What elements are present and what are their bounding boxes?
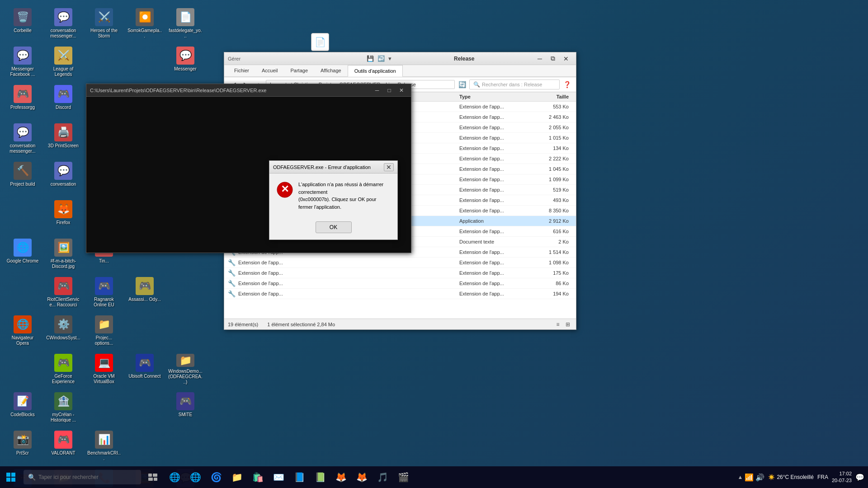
- fe-qat-save: 💾: [367, 55, 374, 62]
- desktop-icon-ff[interactable]: 🦊 Firefox: [45, 197, 81, 235]
- desktop-icon-3dprint[interactable]: 🖨️ 3D PrintScreen: [45, 120, 81, 158]
- taskbar-app-edge[interactable]: 🌐: [165, 467, 184, 487]
- taskbar-task-view-button[interactable]: [143, 467, 163, 487]
- desktop-icon-projopt[interactable]: 📁 Projec... options...: [86, 312, 122, 350]
- codeblocks-label: CodeBlocks: [10, 412, 34, 418]
- taskbar-app-music[interactable]: 🎵: [373, 467, 392, 487]
- fe-tab-accueil[interactable]: Accueil: [255, 65, 284, 76]
- desktop-icon-chrome[interactable]: 🌐 Google Chrome: [5, 235, 41, 273]
- app-close-button[interactable]: ✕: [396, 86, 407, 95]
- app-win-controls: ─ □ ✕: [371, 86, 407, 95]
- taskbar-search-input[interactable]: [38, 474, 137, 480]
- file-type-13: Document texte: [459, 239, 532, 244]
- taskbar-app-ie[interactable]: 🌀: [206, 467, 226, 487]
- desktop-icon-pb[interactable]: 🔨 Project build: [5, 158, 41, 197]
- desktop-icon-conv2[interactable]: 💬 conversation messenger...: [5, 120, 41, 158]
- desktop-icon-messenger[interactable]: 💬 Messenger: [167, 43, 203, 81]
- fe-file-row-17[interactable]: 🔧 Extension de l'app... Extension de l'a…: [224, 278, 576, 289]
- desktop-icon-bench[interactable]: 📊 BenchmarkCRI...: [86, 427, 122, 465]
- fe-restore-button[interactable]: ⧉: [547, 54, 559, 64]
- taskbar-app-explorer[interactable]: 📁: [227, 467, 247, 487]
- fe-file-row-15[interactable]: 🔧 Extension de l'app... Extension de l'a…: [224, 258, 576, 268]
- desktop-icon-ragnarok[interactable]: 🎮 Ragnarok Online EU: [86, 273, 122, 312]
- taskbar-app-mail[interactable]: ✉️: [269, 467, 288, 487]
- tray-volume-icon[interactable]: 🔊: [755, 473, 764, 482]
- desktop-icon-valorant[interactable]: 🎮 VALORANT: [45, 427, 81, 465]
- desktop-icon-discord[interactable]: 🎮 Discord: [45, 81, 81, 120]
- desktop-icon-lol[interactable]: ⚔️ League of Legends: [45, 43, 81, 81]
- taskbar-app-media[interactable]: 🎬: [393, 467, 413, 487]
- taskbar-search-box[interactable]: 🔍: [24, 470, 141, 484]
- pb-icon: 🔨: [14, 162, 32, 180]
- error-body: ✕ L'application n'a pas réussi à démarre…: [269, 174, 397, 218]
- desktop-icon-codeblocks[interactable]: 📝 CodeBlocks: [5, 389, 41, 427]
- taskbar-weather[interactable]: ☀️ 26°C Ensoleillé: [768, 474, 814, 480]
- svg-text:✕: ✕: [281, 183, 289, 195]
- taskbar-clock[interactable]: 17:02 20-07-23: [832, 470, 852, 484]
- tray-show-hidden-button[interactable]: ▲: [738, 474, 743, 480]
- desktop-icon-geforce[interactable]: 🎮 GeForce Experience: [45, 350, 81, 389]
- fe-tab-affichage[interactable]: Affichage: [314, 65, 348, 76]
- fe-view-list-button[interactable]: ≡: [553, 320, 562, 329]
- desktop-icon-conv3[interactable]: 💬 conversation: [45, 158, 81, 197]
- desktop-icon-empty14: [127, 427, 163, 465]
- desktop-icon-ubisoft[interactable]: 🎮 Ubisoft Connect: [127, 350, 163, 389]
- fe-minimize-button[interactable]: ─: [533, 54, 546, 64]
- taskbar-pinned-apps: 🌐 🌐 🌀 📁 🛍️ ✉️ 📘 📗 🦊 🦊 🎵 🎬: [165, 466, 413, 488]
- desktop-icon-oracle[interactable]: 💻 Oracle VM VirtualBox: [86, 350, 122, 389]
- fe-tab-fichier[interactable]: Fichier: [228, 65, 255, 76]
- desktop-icon-empty9: [127, 312, 163, 350]
- fe-close-button[interactable]: ✕: [560, 54, 572, 64]
- oracle-label: Oracle VM VirtualBox: [88, 374, 120, 385]
- desktop-icon-discordjpg[interactable]: 🖼️ #f-m-a-bitch-Discord.jpg: [45, 235, 81, 273]
- fe-file-row-18[interactable]: 🔧 Extension de l'app... Extension de l'a…: [224, 289, 576, 299]
- desktop-icon-riot[interactable]: 🎮 RiotClientService... Raccourci: [45, 273, 81, 312]
- desktop-icon-cws[interactable]: ⚙️ CWindowsSyst...: [45, 312, 81, 350]
- taskbar-app-word[interactable]: 📘: [289, 467, 309, 487]
- desktop-icon-opera[interactable]: 🌐 Navigateur Opera: [5, 312, 41, 350]
- desktop-icon-corbeille[interactable]: 🗑️ Corbeille: [5, 5, 41, 43]
- desktop-icon-myclan[interactable]: 🏦 myCrélan - Historique ...: [45, 389, 81, 427]
- taskbar-search-icon: 🔍: [28, 474, 36, 481]
- taskbar-right: ▲ 📶 🔊 ☀️ 26°C Ensoleillé FRA 17:02 20-07…: [734, 466, 868, 488]
- desktop-icon-msg-fb[interactable]: 💬 Messenger Facebook ...: [5, 43, 41, 81]
- taskbar-app-ff2[interactable]: 🦊: [352, 467, 372, 487]
- desktop-icon-conv-msg[interactable]: 💬 conversation messenger...: [45, 5, 81, 43]
- desktop-icon-windemo[interactable]: 📁 WindowsDemo... (ODFAEGCREA...): [167, 350, 203, 389]
- desktop-icon-empty10: [167, 312, 203, 350]
- weather-sun-icon: ☀️: [768, 474, 775, 480]
- app-maximize-button[interactable]: □: [383, 86, 395, 95]
- desktop-icon-prtscr[interactable]: 📸 PrtScr: [5, 427, 41, 465]
- error-dialog-close-button[interactable]: ✕: [384, 163, 394, 171]
- desktop-icon-fastd[interactable]: 📄 fastdelegate_yo...: [167, 5, 203, 43]
- fe-file-row-16[interactable]: 🔧 Extension de l'app... Extension de l'a…: [224, 268, 576, 278]
- taskbar-language[interactable]: FRA: [817, 474, 828, 480]
- hots-icon: ⚔️: [95, 8, 113, 26]
- desktop-icon-hots[interactable]: ⚔️ Heroes of the Storm: [86, 5, 122, 43]
- fe-tab-outils[interactable]: Outils d'application: [348, 65, 403, 77]
- app-minimize-button[interactable]: ─: [371, 86, 383, 95]
- taskbar-app-excel[interactable]: 📗: [310, 467, 330, 487]
- taskbar-app-ff[interactable]: 🦊: [331, 467, 351, 487]
- desktop-icon-assas[interactable]: 🎮 Assassi... Ody...: [127, 273, 163, 312]
- desktop-icon-smite[interactable]: 🎮 SMITE: [167, 389, 203, 427]
- desktop-icon-profgg[interactable]: 🎮 Professorgg: [5, 81, 41, 120]
- taskbar-notification-button[interactable]: 💬: [855, 466, 864, 488]
- fe-tab-partage[interactable]: Partage: [284, 65, 314, 76]
- 3dprint-icon: 🖨️: [54, 123, 72, 141]
- file-type-10: Extension de l'app...: [459, 208, 532, 213]
- file-size-3: 1 015 Ko: [532, 135, 572, 141]
- fe-view-detail-button[interactable]: ⊞: [563, 320, 572, 329]
- taskbar-app-chrome[interactable]: 🌐: [185, 467, 205, 487]
- taskbar-app-store[interactable]: 🛍️: [248, 467, 268, 487]
- tray-network-icon[interactable]: 📶: [745, 473, 754, 482]
- fe-help-button[interactable]: ❓: [561, 79, 572, 90]
- messenger-icon: 💬: [176, 47, 194, 65]
- svg-rect-8: [148, 474, 152, 477]
- fe-refresh-button[interactable]: 🔄: [457, 79, 467, 90]
- error-ok-button[interactable]: OK: [316, 221, 352, 233]
- desktop-icon-sorrok[interactable]: ⏺️ SorrokGamepla...: [127, 5, 163, 43]
- taskbar-start-button[interactable]: [0, 466, 22, 488]
- app-title-text: C:\Users\Laurent\Projets\ODFAEGSERVER\bi…: [90, 88, 371, 93]
- fe-ribbon-topbar: Gérer 💾 ↩️ ▾ Release ─ ⧉ ✕: [224, 52, 576, 65]
